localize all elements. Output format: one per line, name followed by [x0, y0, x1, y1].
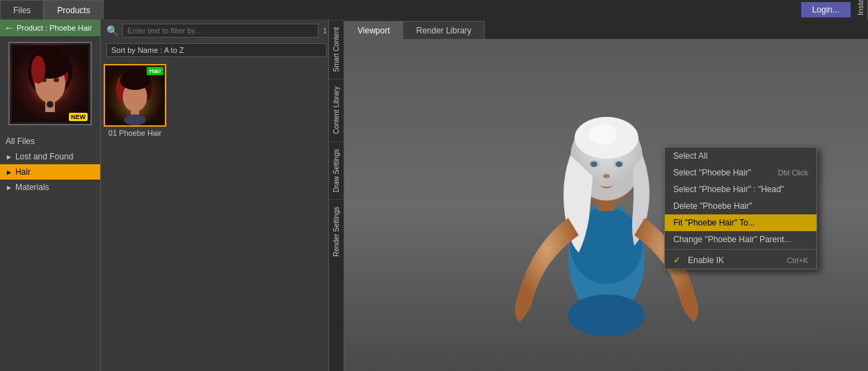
- thumbnail-image: [10, 43, 90, 124]
- context-enable-ik-label: Enable IK: [688, 255, 724, 265]
- context-delete-label: Delete "Phoebe Hair": [673, 201, 752, 211]
- item-label: 01 Phoebe Hair: [104, 127, 166, 139]
- context-shortcut-1: Dbl Click: [778, 168, 808, 177]
- nav-materials[interactable]: ► Materials: [0, 180, 100, 195]
- sort-bar: Sort by Name : A to Z ▼: [101, 42, 344, 61]
- hair-badge: Hair: [147, 67, 163, 75]
- sort-select[interactable]: Sort by Name : A to Z: [106, 43, 327, 57]
- nav-hair-label: Hair: [15, 167, 31, 177]
- side-tab-content-library[interactable]: Content Library: [329, 79, 344, 141]
- install-tab[interactable]: Install: [853, 0, 868, 19]
- new-badge: NEW: [69, 113, 88, 121]
- tab-files[interactable]: Files: [0, 0, 44, 19]
- search-icon: 🔍: [106, 25, 118, 36]
- svg-point-7: [31, 56, 45, 84]
- context-change-parent[interactable]: Change "Phoebe Hair" Parent...: [665, 231, 817, 248]
- viewport-background: Select All Select "Phoebe Hair" Dbl Clic…: [344, 39, 868, 371]
- svg-point-19: [124, 114, 145, 125]
- arrow-icon: ►: [6, 153, 13, 161]
- tab-products[interactable]: Products: [44, 0, 103, 19]
- nav-hair[interactable]: ► Hair: [0, 164, 100, 180]
- right-panel: Viewport Render Library: [344, 19, 868, 371]
- product-title: Product : Phoebe Hair: [17, 24, 92, 32]
- search-input[interactable]: [122, 24, 319, 38]
- list-item[interactable]: Hair 01 Phoebe Hair: [104, 64, 166, 368]
- nav-items: All Files ► Lost and Found ► Hair ► Mate…: [0, 131, 100, 198]
- side-tabs: Smart Content Content Library Draw Setti…: [328, 19, 344, 371]
- context-fit-to[interactable]: Fit "Phoebe Hair" To...: [665, 214, 817, 231]
- tab-render-library[interactable]: Render Library: [403, 21, 484, 39]
- nav-lost-and-found[interactable]: ► Lost and Found: [0, 149, 100, 164]
- side-tab-render-settings[interactable]: Render Settings: [329, 199, 344, 264]
- product-header: ← Product : Phoebe Hair: [0, 19, 100, 36]
- thumbnail-svg: [12, 45, 88, 122]
- side-tab-smart-content[interactable]: Smart Content: [329, 19, 344, 79]
- context-select-phoebe-hair[interactable]: Select "Phoebe Hair" Dbl Click: [665, 164, 817, 181]
- left-panel: ← Product : Phoebe Hair: [0, 19, 101, 371]
- back-arrow-icon[interactable]: ←: [4, 22, 14, 33]
- svg-point-5: [54, 78, 59, 82]
- middle-panel: 🔍 1 - 1 Sort by Name : A to Z ▼: [101, 19, 344, 371]
- check-mark-icon: ✓: [673, 255, 681, 265]
- viewport-tabs: Viewport Render Library: [344, 19, 868, 39]
- nav-all-files[interactable]: All Files: [0, 134, 100, 149]
- top-tab-bar: Files Products Login... Install: [0, 0, 868, 19]
- context-fit-label: Fit "Phoebe Hair" To...: [673, 218, 755, 228]
- svg-point-30: [590, 161, 597, 167]
- svg-point-10: [48, 102, 52, 106]
- context-select-head[interactable]: Select "Phoebe Hair" : "Head": [665, 181, 817, 198]
- item-thumbnail[interactable]: Hair: [104, 64, 166, 127]
- context-change-parent-label: Change "Phoebe Hair" Parent...: [673, 235, 791, 244]
- context-select-all-label: Select All: [673, 151, 707, 161]
- svg-point-33: [568, 294, 645, 336]
- login-button[interactable]: Login...: [801, 2, 851, 17]
- context-delete[interactable]: Delete "Phoebe Hair": [665, 198, 817, 214]
- context-separator: [665, 249, 817, 250]
- side-tab-draw-settings[interactable]: Draw Settings: [329, 141, 344, 199]
- arrow-active-icon: ►: [6, 168, 13, 176]
- filter-bar: 🔍 1 - 1: [101, 19, 344, 42]
- arrow-mat-icon: ►: [6, 184, 13, 191]
- nav-lost-found-label: Lost and Found: [15, 152, 73, 161]
- context-select-hair-label: Select "Phoebe Hair": [673, 168, 751, 177]
- context-menu: Select All Select "Phoebe Hair" Dbl Clic…: [664, 147, 817, 269]
- product-thumbnail: NEW: [8, 42, 92, 125]
- main-area: ← Product : Phoebe Hair: [0, 19, 868, 371]
- svg-point-31: [616, 161, 622, 167]
- svg-point-32: [603, 174, 610, 178]
- svg-point-17: [120, 71, 150, 90]
- viewport-area[interactable]: Select All Select "Phoebe Hair" Dbl Clic…: [344, 39, 868, 371]
- nav-materials-label: Materials: [15, 182, 49, 192]
- context-select-all[interactable]: Select All: [665, 148, 817, 164]
- context-select-head-label: Select "Phoebe Hair" : "Head": [673, 184, 784, 194]
- context-shortcut-ik: Ctrl+K: [787, 256, 808, 265]
- svg-point-27: [589, 124, 617, 145]
- content-grid: Hair 01 Phoebe Hair: [101, 61, 344, 371]
- context-enable-ik[interactable]: ✓ Enable IK Ctrl+K: [665, 251, 817, 269]
- tab-viewport[interactable]: Viewport: [344, 21, 403, 39]
